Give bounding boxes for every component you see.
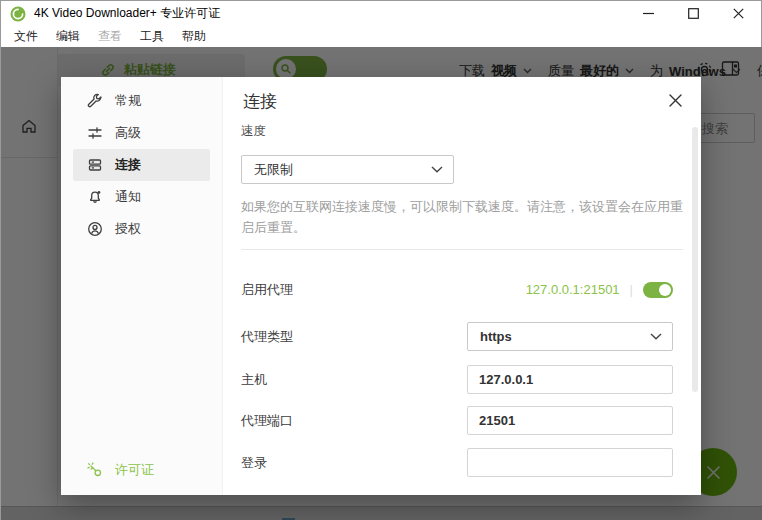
sidebar-item-label: 高级 [115,124,141,142]
wrench-icon [87,93,103,109]
chevron-down-icon [431,166,443,173]
sidebar-item-label: 连接 [115,156,141,174]
menu-help[interactable]: 帮助 [173,26,215,47]
app-window: 4K Video Downloader+ 专业许可证 文件 编辑 查看 工具 帮… [0,0,762,520]
toggle-knob [659,284,671,296]
separator: | [630,282,633,297]
enable-proxy-label: 启用代理 [241,281,293,299]
connection-icon [87,157,103,173]
dialog-close-button[interactable] [667,92,683,108]
proxy-type-select[interactable]: https [467,322,673,351]
sidebar-item-general[interactable]: 常规 [73,85,210,117]
license-label: 许可证 [115,461,154,479]
speed-description: 如果您的互联网连接速度慢，可以限制下载速度。请注意，该设置会在应用重启后重置。 [241,196,687,238]
window-controls [626,1,761,26]
bell-icon [87,189,103,205]
speed-select[interactable]: 无限制 [241,155,454,184]
sidebar-item-notifications[interactable]: 通知 [73,181,210,213]
maximize-button[interactable] [671,1,716,26]
menu-edit[interactable]: 编辑 [47,26,89,47]
proxy-type-value: https [480,329,512,344]
person-icon [87,221,103,237]
login-row: 登录 [241,448,673,477]
settings-dialog: 常规 高级 连接 通知 [61,77,701,495]
sidebar-item-label: 通知 [115,188,141,206]
menu-file[interactable]: 文件 [5,26,47,47]
host-input[interactable] [467,365,673,394]
sidebar-item-authorization[interactable]: 授权 [73,213,210,245]
menu-view: 查看 [89,26,131,47]
proxy-type-row: 代理类型 https [241,322,673,351]
login-input[interactable] [467,448,673,477]
sidebar-item-label: 常规 [115,92,141,110]
proxy-type-label: 代理类型 [241,328,293,346]
chevron-down-icon [650,333,662,340]
close-icon [669,94,682,107]
port-input[interactable] [467,406,673,435]
sidebar-item-label: 授权 [115,220,141,238]
sidebar-item-advanced[interactable]: 高级 [73,117,210,149]
sliders-icon [87,125,103,141]
sidebar-item-connection[interactable]: 连接 [73,149,210,181]
key-icon [87,462,103,478]
section-divider [241,249,683,250]
license-link[interactable]: 许可证 [87,461,154,479]
port-label: 代理端口 [241,412,293,430]
app-content: 粘贴链接 下载视频 质量最好的 为Windows [1,47,762,520]
speed-value: 无限制 [254,161,293,179]
port-row: 代理端口 [241,406,673,435]
close-window-button[interactable] [716,1,761,26]
speed-label: 速度 [241,123,266,140]
host-label: 主机 [241,371,267,389]
proxy-address-value: 127.0.0.1:21501 [526,282,620,297]
proxy-toggle[interactable] [643,282,673,298]
window-title: 4K Video Downloader+ 专业许可证 [34,5,220,22]
settings-content: 连接 速度 无限制 如果您的互联网连接速度慢，可以限制下载速度。请注意，该设置会… [223,77,701,495]
menubar: 文件 编辑 查看 工具 帮助 [1,26,761,47]
login-label: 登录 [241,454,267,472]
titlebar: 4K Video Downloader+ 专业许可证 [1,1,761,26]
settings-sidebar: 常规 高级 连接 通知 [61,77,223,495]
dialog-title: 连接 [243,90,277,113]
enable-proxy-row: 启用代理 127.0.0.1:21501 | [241,275,673,304]
host-row: 主机 [241,365,673,394]
scrollbar-thumb[interactable] [692,127,698,392]
menu-tools[interactable]: 工具 [131,26,173,47]
minimize-button[interactable] [626,1,671,26]
app-logo-icon [10,6,26,22]
